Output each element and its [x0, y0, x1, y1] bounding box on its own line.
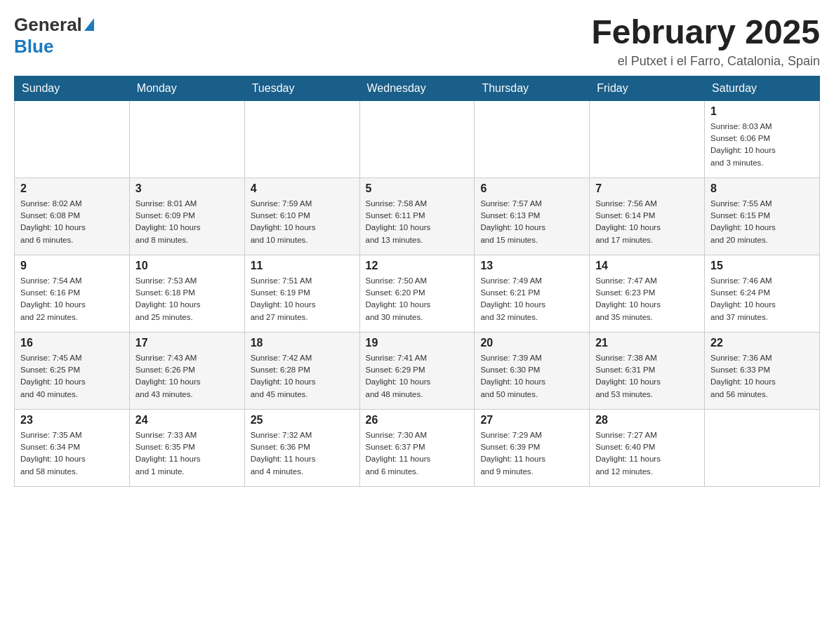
calendar-week-row: 16Sunrise: 7:45 AM Sunset: 6:25 PM Dayli…	[15, 332, 820, 409]
calendar-week-row: 23Sunrise: 7:35 AM Sunset: 6:34 PM Dayli…	[15, 409, 820, 486]
logo-general-text: General	[14, 14, 82, 36]
day-info: Sunrise: 7:36 AM Sunset: 6:33 PM Dayligh…	[710, 352, 814, 401]
calendar-cell: 25Sunrise: 7:32 AM Sunset: 6:36 PM Dayli…	[244, 409, 359, 486]
calendar-cell: 8Sunrise: 7:55 AM Sunset: 6:15 PM Daylig…	[705, 177, 820, 255]
day-number: 14	[595, 260, 699, 272]
weekday-header-sunday: Sunday	[15, 76, 130, 100]
day-info: Sunrise: 8:03 AM Sunset: 6:06 PM Dayligh…	[710, 121, 814, 169]
calendar-cell: 16Sunrise: 7:45 AM Sunset: 6:25 PM Dayli…	[15, 332, 130, 409]
day-info: Sunrise: 7:50 AM Sunset: 6:20 PM Dayligh…	[366, 275, 469, 323]
weekday-header-friday: Friday	[590, 76, 705, 100]
day-number: 1	[710, 105, 814, 118]
calendar-cell: 10Sunrise: 7:53 AM Sunset: 6:18 PM Dayli…	[129, 255, 244, 332]
day-number: 16	[20, 337, 124, 349]
day-info: Sunrise: 7:58 AM Sunset: 6:11 PM Dayligh…	[366, 198, 469, 246]
calendar-cell: 7Sunrise: 7:56 AM Sunset: 6:14 PM Daylig…	[590, 177, 705, 255]
day-info: Sunrise: 7:54 AM Sunset: 6:16 PM Dayligh…	[20, 275, 124, 323]
calendar-cell: 4Sunrise: 7:59 AM Sunset: 6:10 PM Daylig…	[244, 177, 359, 255]
day-info: Sunrise: 8:01 AM Sunset: 6:09 PM Dayligh…	[135, 198, 239, 246]
day-info: Sunrise: 7:29 AM Sunset: 6:39 PM Dayligh…	[480, 429, 583, 478]
day-info: Sunrise: 7:27 AM Sunset: 6:40 PM Dayligh…	[595, 429, 699, 478]
calendar-cell: 13Sunrise: 7:49 AM Sunset: 6:21 PM Dayli…	[475, 255, 590, 332]
day-number: 20	[480, 337, 583, 349]
day-number: 8	[710, 182, 814, 195]
day-number: 19	[366, 337, 469, 349]
calendar-cell: 6Sunrise: 7:57 AM Sunset: 6:13 PM Daylig…	[475, 177, 590, 255]
weekday-header-monday: Monday	[129, 76, 244, 100]
day-info: Sunrise: 7:39 AM Sunset: 6:30 PM Dayligh…	[480, 352, 583, 401]
day-number: 2	[20, 182, 124, 195]
day-info: Sunrise: 7:35 AM Sunset: 6:34 PM Dayligh…	[20, 429, 124, 478]
calendar-cell	[590, 100, 705, 177]
day-number: 5	[366, 182, 469, 195]
calendar-cell: 18Sunrise: 7:42 AM Sunset: 6:28 PM Dayli…	[244, 332, 359, 409]
day-info: Sunrise: 7:43 AM Sunset: 6:26 PM Dayligh…	[135, 352, 239, 401]
day-number: 12	[366, 260, 469, 272]
calendar-cell: 12Sunrise: 7:50 AM Sunset: 6:20 PM Dayli…	[359, 255, 475, 332]
calendar-cell	[359, 100, 475, 177]
calendar-cell: 5Sunrise: 7:58 AM Sunset: 6:11 PM Daylig…	[359, 177, 475, 255]
day-number: 4	[251, 182, 354, 195]
day-number: 25	[251, 414, 354, 427]
day-info: Sunrise: 7:56 AM Sunset: 6:14 PM Dayligh…	[595, 198, 699, 246]
page-header: General Blue February 2025 el Putxet i e…	[14, 14, 820, 69]
day-info: Sunrise: 7:51 AM Sunset: 6:19 PM Dayligh…	[251, 275, 354, 323]
weekday-header-row: SundayMondayTuesdayWednesdayThursdayFrid…	[15, 76, 820, 100]
calendar-cell: 26Sunrise: 7:30 AM Sunset: 6:37 PM Dayli…	[359, 409, 475, 486]
weekday-header-thursday: Thursday	[475, 76, 590, 100]
calendar-cell: 15Sunrise: 7:46 AM Sunset: 6:24 PM Dayli…	[705, 255, 820, 332]
calendar-cell	[129, 100, 244, 177]
day-number: 9	[20, 260, 124, 272]
day-number: 11	[251, 260, 354, 272]
calendar-cell: 22Sunrise: 7:36 AM Sunset: 6:33 PM Dayli…	[705, 332, 820, 409]
calendar-cell	[244, 100, 359, 177]
weekday-header-wednesday: Wednesday	[359, 76, 475, 100]
calendar-cell: 27Sunrise: 7:29 AM Sunset: 6:39 PM Dayli…	[475, 409, 590, 486]
day-info: Sunrise: 7:42 AM Sunset: 6:28 PM Dayligh…	[251, 352, 354, 401]
day-number: 3	[135, 182, 239, 195]
calendar-cell: 21Sunrise: 7:38 AM Sunset: 6:31 PM Dayli…	[590, 332, 705, 409]
calendar-cell: 9Sunrise: 7:54 AM Sunset: 6:16 PM Daylig…	[15, 255, 130, 332]
day-info: Sunrise: 7:47 AM Sunset: 6:23 PM Dayligh…	[595, 275, 699, 323]
day-info: Sunrise: 7:53 AM Sunset: 6:18 PM Dayligh…	[135, 275, 239, 323]
day-number: 21	[595, 337, 699, 349]
calendar-cell	[705, 409, 820, 486]
day-number: 27	[480, 414, 583, 427]
day-number: 24	[135, 414, 239, 427]
day-number: 13	[480, 260, 583, 272]
title-area: February 2025 el Putxet i el Farro, Cata…	[591, 14, 820, 69]
calendar-table: SundayMondayTuesdayWednesdayThursdayFrid…	[14, 76, 820, 487]
day-number: 10	[135, 260, 239, 272]
calendar-cell	[475, 100, 590, 177]
weekday-header-tuesday: Tuesday	[244, 76, 359, 100]
day-number: 23	[20, 414, 124, 427]
calendar-cell: 11Sunrise: 7:51 AM Sunset: 6:19 PM Dayli…	[244, 255, 359, 332]
calendar-cell: 23Sunrise: 7:35 AM Sunset: 6:34 PM Dayli…	[15, 409, 130, 486]
day-info: Sunrise: 7:30 AM Sunset: 6:37 PM Dayligh…	[366, 429, 469, 478]
calendar-cell: 17Sunrise: 7:43 AM Sunset: 6:26 PM Dayli…	[129, 332, 244, 409]
logo: General Blue	[14, 14, 94, 58]
calendar-cell: 2Sunrise: 8:02 AM Sunset: 6:08 PM Daylig…	[15, 177, 130, 255]
calendar-cell	[15, 100, 130, 177]
day-info: Sunrise: 7:49 AM Sunset: 6:21 PM Dayligh…	[480, 275, 583, 323]
calendar-cell: 28Sunrise: 7:27 AM Sunset: 6:40 PM Dayli…	[590, 409, 705, 486]
logo-blue-text: Blue	[14, 36, 53, 57]
day-info: Sunrise: 7:38 AM Sunset: 6:31 PM Dayligh…	[595, 352, 699, 401]
day-info: Sunrise: 7:59 AM Sunset: 6:10 PM Dayligh…	[251, 198, 354, 246]
day-info: Sunrise: 7:45 AM Sunset: 6:25 PM Dayligh…	[20, 352, 124, 401]
calendar-week-row: 9Sunrise: 7:54 AM Sunset: 6:16 PM Daylig…	[15, 255, 820, 332]
day-info: Sunrise: 7:41 AM Sunset: 6:29 PM Dayligh…	[366, 352, 469, 401]
day-info: Sunrise: 7:32 AM Sunset: 6:36 PM Dayligh…	[251, 429, 354, 478]
day-number: 22	[710, 337, 814, 349]
weekday-header-saturday: Saturday	[705, 76, 820, 100]
calendar-week-row: 2Sunrise: 8:02 AM Sunset: 6:08 PM Daylig…	[15, 177, 820, 255]
day-number: 6	[480, 182, 583, 195]
calendar-cell: 1Sunrise: 8:03 AM Sunset: 6:06 PM Daylig…	[705, 100, 820, 177]
day-number: 15	[710, 260, 814, 272]
day-info: Sunrise: 7:55 AM Sunset: 6:15 PM Dayligh…	[710, 198, 814, 246]
day-info: Sunrise: 8:02 AM Sunset: 6:08 PM Dayligh…	[20, 198, 124, 246]
day-info: Sunrise: 7:33 AM Sunset: 6:35 PM Dayligh…	[135, 429, 239, 478]
calendar-cell: 19Sunrise: 7:41 AM Sunset: 6:29 PM Dayli…	[359, 332, 475, 409]
month-title: February 2025	[591, 14, 820, 51]
day-number: 18	[251, 337, 354, 349]
